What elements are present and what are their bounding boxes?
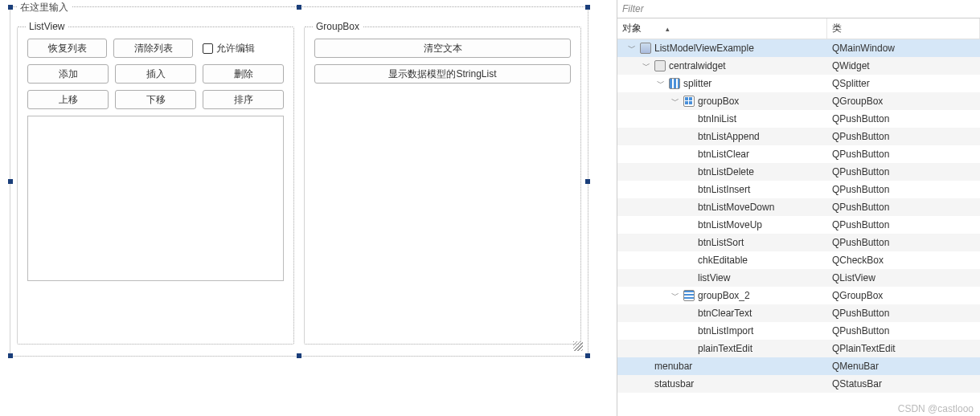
tree-row[interactable]: btnListInsertQPushButton bbox=[617, 181, 980, 198]
window-title-label: 在这里输入 bbox=[17, 1, 72, 14]
tree-row[interactable]: ﹀groupBox_2QGroupBox bbox=[617, 287, 980, 304]
main-window-form[interactable]: 在这里输入 ListView 恢复列表 清除列表 允许编辑 添加 插入 删除 bbox=[10, 6, 588, 357]
class-name: QPushButton bbox=[827, 149, 980, 160]
groupbox-text[interactable]: GroupBox 清空文本 显示数据模型的StringList bbox=[304, 27, 581, 345]
clear-text-button[interactable]: 清空文本 bbox=[314, 39, 571, 58]
class-name: QSplitter bbox=[827, 78, 980, 89]
class-name: QPushButton bbox=[827, 131, 980, 142]
moveup-button[interactable]: 上移 bbox=[27, 90, 109, 109]
list-view[interactable] bbox=[27, 116, 284, 281]
resize-handle[interactable] bbox=[297, 5, 301, 10]
groupbox-listview[interactable]: ListView 恢复列表 清除列表 允许编辑 添加 插入 删除 上移 下移 bbox=[17, 27, 294, 345]
resize-handle[interactable] bbox=[585, 353, 590, 358]
column-class[interactable]: 类 bbox=[827, 18, 980, 39]
expand-toggle-icon[interactable]: ﹀ bbox=[670, 290, 680, 301]
class-name: QMainWindow bbox=[827, 43, 980, 54]
class-name: QPlainTextEdit bbox=[827, 343, 980, 354]
resize-handle[interactable] bbox=[8, 353, 13, 358]
object-name: listView bbox=[698, 272, 730, 283]
class-name: QPushButton bbox=[827, 166, 980, 177]
spl-icon bbox=[669, 78, 680, 89]
tree-row[interactable]: btnListClearQPushButton bbox=[617, 145, 980, 163]
class-name: QGroupBox bbox=[827, 96, 980, 107]
wid-icon bbox=[654, 60, 666, 71]
column-object[interactable]: 对象 ▴ bbox=[617, 18, 827, 39]
list-icon bbox=[683, 290, 695, 301]
expand-toggle-icon[interactable]: ﹀ bbox=[656, 78, 666, 89]
object-name: btnListAppend bbox=[698, 131, 760, 142]
sort-ascending-icon: ▴ bbox=[666, 25, 670, 33]
resize-handle[interactable] bbox=[8, 179, 13, 184]
tree-row[interactable]: ﹀splitterQSplitter bbox=[617, 75, 980, 92]
tree-row[interactable]: ﹀ListModelViewExampleQMainWindow bbox=[617, 39, 980, 57]
object-name: groupBox_2 bbox=[698, 290, 750, 301]
tree-row[interactable]: btnIniListQPushButton bbox=[617, 110, 980, 128]
movedown-button[interactable]: 下移 bbox=[115, 90, 196, 109]
object-name: btnIniList bbox=[698, 113, 736, 124]
object-name: chkEditable bbox=[698, 255, 748, 266]
object-name: btnListInsert bbox=[698, 184, 750, 195]
add-button[interactable]: 添加 bbox=[27, 64, 109, 84]
object-name: btnListSort bbox=[698, 237, 744, 248]
tree-row[interactable]: ﹀centralwidgetQWidget bbox=[617, 57, 980, 75]
tree-row[interactable]: btnListAppendQPushButton bbox=[617, 128, 980, 145]
class-name: QPushButton bbox=[827, 219, 980, 230]
resize-handle[interactable] bbox=[297, 353, 301, 358]
tree-row[interactable]: ﹀groupBoxQGroupBox bbox=[617, 92, 980, 110]
tree-row[interactable]: btnListSortQPushButton bbox=[617, 234, 980, 251]
show-model-button[interactable]: 显示数据模型的StringList bbox=[314, 64, 571, 84]
tree-row[interactable]: btnListMoveDownQPushButton bbox=[617, 198, 980, 216]
tree-row[interactable]: plainTextEditQPlainTextEdit bbox=[617, 340, 980, 357]
tree-row[interactable]: btnListMoveUpQPushButton bbox=[617, 216, 980, 234]
resize-handle[interactable] bbox=[585, 179, 590, 184]
expand-toggle-icon[interactable]: ﹀ bbox=[642, 60, 651, 71]
object-name: btnListDelete bbox=[698, 166, 754, 177]
object-name: btnListClear bbox=[698, 149, 749, 160]
clear-list-button[interactable]: 清除列表 bbox=[113, 39, 193, 58]
class-name: QStatusBar bbox=[827, 378, 980, 389]
tree-row[interactable]: btnListDeleteQPushButton bbox=[617, 163, 980, 181]
restore-list-button[interactable]: 恢复列表 bbox=[27, 39, 107, 58]
object-tree[interactable]: ﹀ListModelViewExampleQMainWindow﹀central… bbox=[617, 39, 980, 416]
object-name: centralwidget bbox=[669, 60, 726, 71]
class-name: QPushButton bbox=[827, 308, 980, 319]
allow-edit-checkbox[interactable]: 允许编辑 bbox=[199, 39, 284, 58]
object-name: btnClearText bbox=[698, 308, 752, 319]
class-name: QPushButton bbox=[827, 237, 980, 248]
tree-row[interactable]: btnListImportQPushButton bbox=[617, 322, 980, 340]
filter-input[interactable]: Filter bbox=[617, 0, 980, 18]
insert-button[interactable]: 插入 bbox=[115, 64, 196, 84]
splitter[interactable]: ListView 恢复列表 清除列表 允许编辑 添加 插入 删除 上移 下移 bbox=[17, 27, 581, 345]
object-name: splitter bbox=[683, 78, 711, 89]
object-name: btnListMoveDown bbox=[698, 202, 774, 213]
expand-toggle-icon[interactable]: ﹀ bbox=[627, 43, 637, 54]
object-name: statusbar bbox=[654, 378, 694, 389]
resize-handle[interactable] bbox=[585, 5, 590, 10]
form-designer-canvas[interactable]: 在这里输入 ListView 恢复列表 清除列表 允许编辑 添加 插入 删除 bbox=[0, 0, 617, 416]
object-name: ListModelViewExample bbox=[654, 43, 754, 54]
class-name: QPushButton bbox=[827, 113, 980, 124]
class-name: QPushButton bbox=[827, 325, 980, 336]
object-name: groupBox bbox=[698, 96, 739, 107]
class-name: QGroupBox bbox=[827, 290, 980, 301]
class-name: QPushButton bbox=[827, 184, 980, 195]
groupbox-title: GroupBox bbox=[313, 21, 363, 32]
object-name: btnListImport bbox=[698, 325, 753, 336]
class-name: QWidget bbox=[827, 60, 980, 71]
sort-button[interactable]: 排序 bbox=[203, 90, 284, 109]
grp-icon bbox=[683, 96, 695, 107]
resize-handle[interactable] bbox=[8, 5, 13, 10]
tree-row[interactable]: btnClearTextQPushButton bbox=[617, 304, 980, 322]
checkbox-label: 允许编辑 bbox=[216, 42, 255, 55]
tree-row[interactable]: menubarQMenuBar bbox=[617, 357, 980, 375]
expand-toggle-icon[interactable]: ﹀ bbox=[670, 96, 680, 107]
delete-button[interactable]: 删除 bbox=[203, 64, 284, 84]
tree-row[interactable]: statusbarQStatusBar bbox=[617, 375, 980, 393]
object-name: btnListMoveUp bbox=[698, 219, 762, 230]
watermark: CSDN @castlooo bbox=[898, 403, 974, 414]
object-inspector: Filter 对象 ▴ 类 ﹀ListModelViewExampleQMain… bbox=[617, 0, 980, 416]
tree-header[interactable]: 对象 ▴ 类 bbox=[617, 18, 980, 39]
class-name: QMenuBar bbox=[827, 361, 980, 372]
tree-row[interactable]: chkEditableQCheckBox bbox=[617, 251, 980, 269]
tree-row[interactable]: listViewQListView bbox=[617, 269, 980, 287]
